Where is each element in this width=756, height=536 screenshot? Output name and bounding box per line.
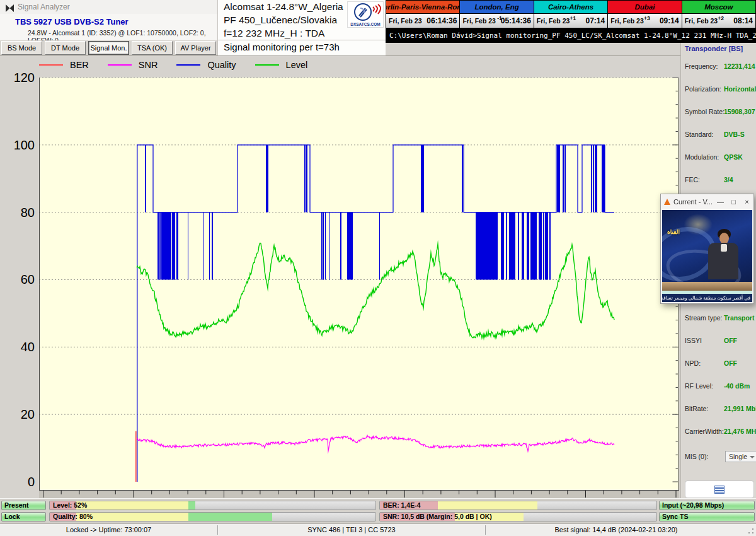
mode-tabs: BS Mode DT Mode Signal Mon. TSA (OK) AV … <box>0 40 217 55</box>
best-signal-status: Best signal: 14,4 dB (2024-02-21 03:20) <box>486 524 747 536</box>
chart-legend: BER SNR Quality Level <box>39 58 307 72</box>
vlc-cone-icon <box>664 199 670 205</box>
clock-london: London, Eng Fri, Feb 23 -1 05:14:36 <box>460 1 534 28</box>
field-carrier-width: CarrierWidth:21,476 MHz <box>685 428 754 436</box>
clock-city: Berlin-Paris-Vienna-Roma <box>386 1 459 14</box>
y-axis-tick-label: 60 <box>0 272 35 287</box>
signal-plot-canvas <box>39 78 679 499</box>
field-standard: Standard:DVB-S <box>685 131 754 139</box>
snr-progress-bar: SNR: 10,5 dB (Margin: 5,0 dB | OK) <box>379 512 657 521</box>
frequency-line: f=12 232 MHz_H : TDA <box>218 26 386 40</box>
quality-progress-bar: Quality: 80% <box>49 512 376 521</box>
clock-city: London, Eng <box>460 1 533 14</box>
resize-grip[interactable] <box>747 527 755 535</box>
tab-signal-mon[interactable]: Signal Mon. <box>88 41 129 55</box>
y-axis-tick-label: 20 <box>0 407 35 422</box>
ber-progress-bar: BER: 1,4E-4 <box>379 501 657 510</box>
app-titlebar: Signal Analyzer <box>0 0 217 15</box>
field-frequency: Frequency:12231,414 MHz <box>685 62 754 71</box>
level-progress-bar: Level: 52% <box>49 501 376 510</box>
app-icon <box>6 3 14 15</box>
vlc-titlebar[interactable]: Current - V... — □ × <box>661 194 753 209</box>
y-axis-tick-label: 80 <box>0 206 35 220</box>
clock-berlin: Berlin-Paris-Vienna-Roma Fri, Feb 23 06:… <box>386 1 460 28</box>
field-symbol-rate: Symbol Rate:15908,307 KS/s <box>685 108 754 117</box>
vlc-player-window: Current - V... — □ × القناة في أقصر ستكو… <box>660 194 754 304</box>
field-npd: NPD:OFF <box>685 359 754 368</box>
statusbar: Locked -> Uptime: 73:00:07 SYNC 486 | TE… <box>0 523 756 536</box>
tuner-name: TBS 5927 USB DVB-S2 Tuner <box>0 14 217 26</box>
close-button[interactable]: × <box>740 194 753 209</box>
input-rate-badge: Input (~20,98 Mbps) <box>659 501 755 510</box>
monitoring-header: Alcomsat 1-24.8°W_Algeria PF 450_Lučenec… <box>217 0 386 55</box>
command-prompt-line: C:\Users\Roman Dávid>Signal monitoring_P… <box>386 28 756 43</box>
field-bitrate: BitRate:21,991 Mbit/s <box>685 405 754 414</box>
chevron-down-icon <box>750 456 755 458</box>
y-axis-tick-label: 0 <box>0 475 35 489</box>
mis-dropdown[interactable]: Single <box>725 451 756 462</box>
tab-dt-mode[interactable]: DT Mode <box>45 41 86 55</box>
lock-badge: Lock <box>1 512 46 521</box>
maximize-button[interactable]: □ <box>727 194 740 209</box>
y-axis-tick-label: 100 <box>0 138 35 153</box>
studio-desk <box>662 282 752 291</box>
presenter-collar <box>721 244 727 252</box>
stream-list-icon <box>714 486 724 494</box>
tab-tsa[interactable]: TSA (OK) <box>132 41 173 55</box>
clock-city: Dubai <box>608 1 681 14</box>
snr-line-swatch <box>108 64 132 66</box>
logo-text: DXSATCS.COM <box>348 22 383 26</box>
vlc-window-title: Current - V... <box>673 198 714 206</box>
clock-dubai: Dubai Fri, Feb 23 +3 09:14 <box>608 1 682 28</box>
window-title: Signal Analyzer <box>18 3 70 11</box>
clock-time-row: Fri, Feb 23 +1 07:14 <box>534 14 607 28</box>
video-frame[interactable]: القناة <box>662 210 752 291</box>
monitoring-duration: Signal monitoring per t=73h <box>224 42 340 52</box>
news-ticker: في أقصر ستكون منطقة شمالي وميسر تساقط ال… <box>662 294 752 302</box>
world-clocks: Berlin-Paris-Vienna-Roma Fri, Feb 23 06:… <box>386 0 756 28</box>
clock-time-row: Fri, Feb 23 +2 08:14 <box>682 14 755 28</box>
tab-bs-mode[interactable]: BS Mode <box>1 41 42 55</box>
level-line-swatch <box>255 64 279 66</box>
studio-overlay-text: القناة <box>667 229 680 235</box>
header-divider <box>218 40 386 40</box>
sync-ts-badge: Sync TS <box>659 512 755 521</box>
present-badge: Present <box>1 501 46 510</box>
legend-snr: SNR <box>108 60 158 70</box>
clock-time-row: Fri, Feb 23 -1 05:14:36 <box>460 14 533 28</box>
ber-line-swatch <box>39 64 63 66</box>
signal-chart-window: BER SNR Quality Level 020406080100120 <box>0 55 680 498</box>
satellite-dish-icon <box>348 2 383 22</box>
field-modulation: Modulation:QPSK <box>685 153 754 162</box>
legend-ber: BER <box>39 60 89 70</box>
clock-moscow: Moscow Fri, Feb 23 +2 08:14 <box>682 1 755 28</box>
field-fec: FEC:3/4 <box>685 176 754 185</box>
y-axis-tick-label: 120 <box>0 71 35 85</box>
clock-city: Moscow <box>682 1 755 14</box>
field-rf-level: RF Level:-40 dBm <box>685 382 754 391</box>
panel-title: Transponder [BS] <box>685 45 743 52</box>
clock-time-row: Fri, Feb 23 06:14:36 <box>386 14 459 28</box>
signal-analyzer-screen: { "window": { "title": "Signal Analyzer"… <box>0 0 756 536</box>
field-stream-type: Stream type:Transport <box>685 314 754 323</box>
field-polarization: Polarization:Horizontal <box>685 85 754 94</box>
tuner-info: TBS 5927 USB DVB-S2 Tuner 24.8W - Alcoms… <box>0 14 217 40</box>
panel-bottom-button[interactable] <box>685 481 754 498</box>
clock-cairo: Cairo-Athens Fri, Feb 23 +1 07:14 <box>534 1 608 28</box>
quality-line-swatch <box>176 64 200 66</box>
field-mis: MIS (0): Single <box>685 453 754 462</box>
dxsatcs-logo: DXSATCS.COM <box>347 1 384 28</box>
minimize-button[interactable]: — <box>714 194 727 209</box>
clock-time-row: Fri, Feb 23 +3 09:14 <box>608 14 681 28</box>
signal-status-strip: Present Lock Level: 52% Quality: 80% BER… <box>0 498 756 523</box>
legend-quality: Quality <box>176 60 236 70</box>
clock-city: Cairo-Athens <box>534 1 607 14</box>
field-issyi: ISSYIOFF <box>685 337 754 346</box>
y-axis-tick-label: 40 <box>0 340 35 354</box>
legend-level: Level <box>255 60 308 70</box>
uptime-status: Locked -> Uptime: 73:00:07 <box>0 524 217 536</box>
sync-status: SYNC 486 | TEI 3 | CC 5723 <box>218 524 485 536</box>
tab-av-player[interactable]: AV Player <box>175 41 216 55</box>
